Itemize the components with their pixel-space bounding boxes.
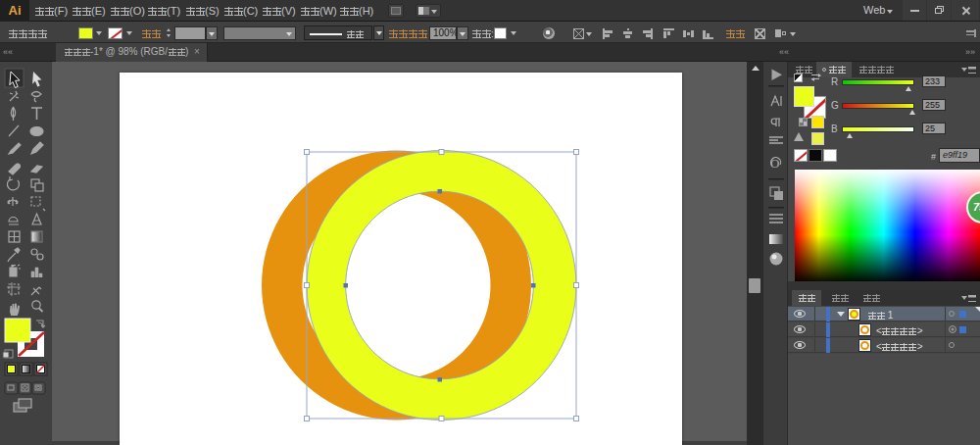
svg-text:O: O: [770, 156, 779, 171]
